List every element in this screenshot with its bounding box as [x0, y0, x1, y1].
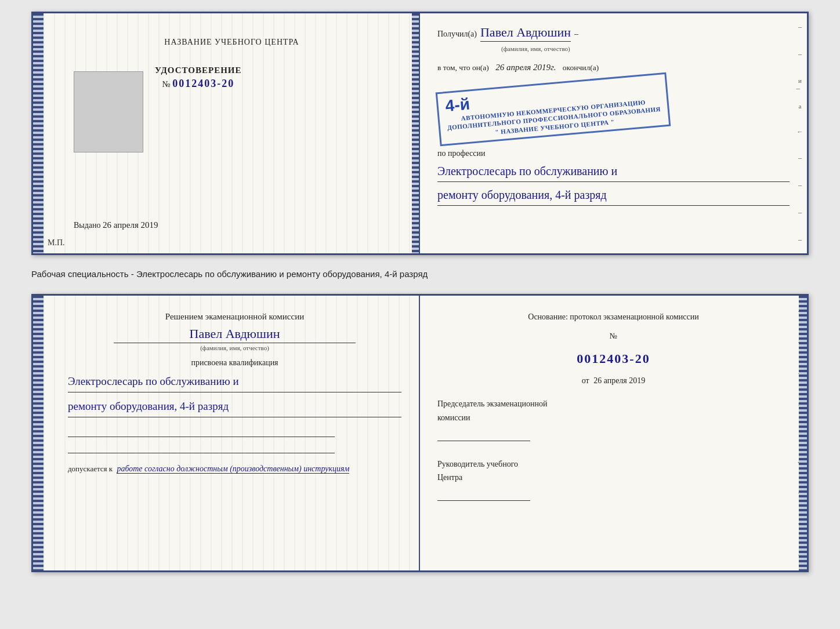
date-section: в том, что он(а) 26 апреля 2019г. окончи… — [437, 60, 790, 74]
profession-line1: Электрослесарь по обслуживанию и — [437, 161, 790, 182]
profession-block-bottom: Электрослесарь по обслуживанию и ремонту… — [68, 368, 401, 417]
director-block: Руководитель учебного Центра — [437, 457, 790, 506]
cert-label: УДОСТОВЕРЕНИЕ — [155, 66, 242, 75]
profession-line2: ремонту оборудования, 4-й разряд — [437, 184, 790, 206]
protocol-number-value: 0012403-20 — [437, 348, 790, 369]
director-signature — [437, 489, 530, 501]
stamp-area: 4-й АВТОНОМНУЮ НЕКОММЕРЧЕСКУЮ ОРГАНИЗАЦИ… — [437, 78, 790, 141]
date-clause-prefix: в том, что он(а) — [437, 63, 489, 72]
stamp-box: 4-й АВТОНОМНУЮ НЕКОММЕРЧЕСКУЮ ОРГАНИЗАЦИ… — [436, 72, 671, 146]
person-name-top: Павел Авдюшин — [480, 25, 571, 42]
dash1: – — [574, 30, 578, 39]
finished-label: окончил(а) — [563, 63, 599, 72]
document-bottom: Решением экаменационной комиссии Павел А… — [31, 294, 809, 572]
sig-line-2 — [68, 442, 335, 453]
chairman-line2: комиссии — [437, 411, 790, 425]
left-page-top: НАЗВАНИЕ УЧЕБНОГО ЦЕНТРА УДОСТОВЕРЕНИЕ №… — [33, 13, 420, 253]
basis-label: Основание: протокол экзаменационной коми… — [437, 310, 790, 324]
left-border-stripe — [33, 13, 44, 253]
bottom-left-border — [33, 296, 44, 570]
center-title-top: НАЗВАНИЕ УЧЕБНОГО ЦЕНТРА — [164, 37, 299, 48]
sig-line-1 — [68, 426, 335, 437]
protocol-number: № 0012403-20 — [437, 329, 790, 369]
person-name-bottom: Павел Авдюшин — [68, 326, 401, 341]
basis-section: Основание: протокол экзаменационной коми… — [437, 310, 790, 506]
bottom-left-page: Решением экаменационной комиссии Павел А… — [33, 296, 420, 570]
cert-number-prefix: № — [162, 79, 170, 89]
cert-number: 0012403-20 — [172, 78, 234, 89]
issued-line: Выдано 26 апреля 2019 — [74, 220, 158, 230]
issued-date: 26 апреля 2019 — [103, 220, 158, 230]
protocol-date: от 26 апреля 2019 — [437, 374, 790, 388]
right-page-top: Получил(а) Павел Авдюшин – (фамилия, имя… — [420, 13, 807, 253]
director-line2: Центра — [437, 471, 790, 485]
bottom-right-border — [799, 296, 807, 570]
left-content-top: НАЗВАНИЕ УЧЕБНОГО ЦЕНТРА УДОСТОВЕРЕНИЕ №… — [56, 31, 407, 242]
assigned-label: присвоена квалификация — [68, 358, 401, 368]
middle-text: Рабочая специальность - Электрослесарь п… — [31, 266, 809, 283]
number-prefix: № — [610, 332, 617, 340]
date-value: 26 апреля 2019г. — [495, 63, 556, 72]
mp-text: М.П. — [48, 238, 65, 248]
issued-label: Выдано — [74, 221, 101, 230]
right-side-marks-top: – – и а ← – – – – — [793, 13, 807, 253]
signature-lines — [68, 426, 401, 453]
protocol-date-value: 26 апреля 2019 — [593, 376, 645, 385]
admission-text: работе согласно должностным (производств… — [117, 464, 349, 474]
received-line: Получил(а) Павел Авдюшин – — [437, 25, 790, 42]
director-sig-line — [437, 489, 790, 506]
right-border-stripe-left — [412, 13, 419, 253]
chairman-line1: Председатель экзаменационной — [437, 397, 790, 411]
director-line1: Руководитель учебного — [437, 457, 790, 471]
document-top: НАЗВАНИЕ УЧЕБНОГО ЦЕНТРА УДОСТОВЕРЕНИЕ №… — [31, 12, 809, 255]
chairman-sig-line — [437, 430, 790, 446]
admission-block: допускается к работе согласно должностны… — [68, 463, 401, 475]
date-prefix: от — [582, 376, 589, 385]
photo-placeholder — [74, 71, 143, 152]
bottom-right-page: Основание: протокол экзаменационной коми… — [420, 296, 807, 570]
profession-bottom-line1: Электрослесарь по обслуживанию и — [68, 371, 401, 392]
chairman-block: Председатель экзаменационной комиссии — [437, 397, 790, 445]
exam-commission-heading: Решением экаменационной комиссии — [68, 310, 401, 323]
received-label: Получил(а) — [437, 30, 477, 39]
profession-section: по профессии Электрослесарь по обслужива… — [437, 149, 790, 206]
admission-label: допускается к — [68, 464, 113, 473]
chairman-signature — [437, 430, 530, 441]
profession-label: по профессии — [437, 149, 486, 158]
fio-note-top: (фамилия, имя, отчество) — [501, 45, 570, 52]
fio-note-bottom: (фамилия, имя, отчество) — [114, 343, 356, 351]
profession-bottom-line2: ремонту оборудования, 4-й разряд — [68, 396, 401, 417]
cert-block: УДОСТОВЕРЕНИЕ № 0012403-20 — [155, 66, 242, 90]
